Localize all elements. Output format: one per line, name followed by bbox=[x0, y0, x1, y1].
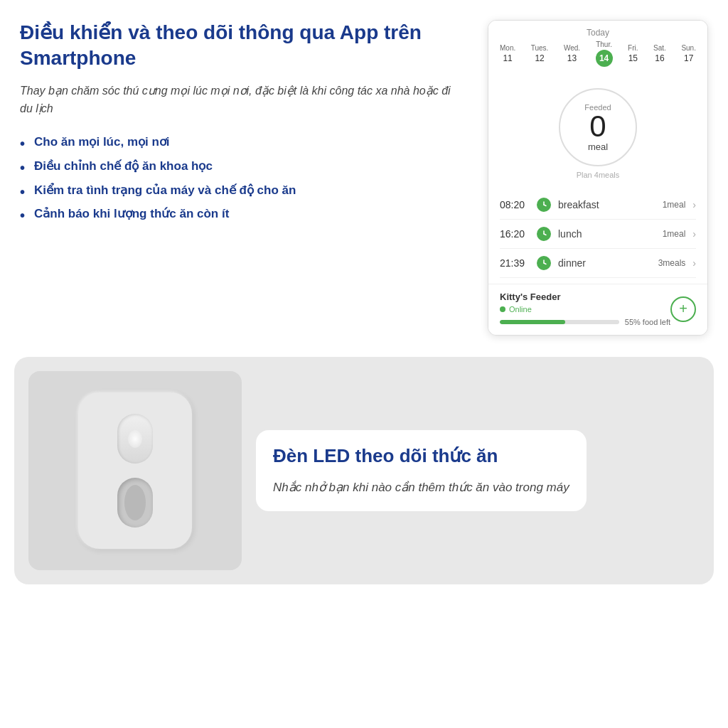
feeder-info: Kitty's Feeder Online 55% food left bbox=[500, 291, 670, 326]
meal-name: lunch bbox=[558, 228, 655, 240]
food-percentage: 55% food left bbox=[625, 318, 670, 326]
day-num: 16 bbox=[655, 53, 664, 63]
device-body bbox=[78, 392, 192, 549]
meal-time: 08:20 bbox=[500, 199, 530, 210]
add-button[interactable]: + bbox=[670, 296, 696, 322]
device-light bbox=[117, 414, 153, 464]
main-title: Điều khiển và theo dõi thông qua App trê… bbox=[20, 20, 464, 72]
meal-count: 1meal bbox=[663, 229, 686, 239]
day-num: 13 bbox=[567, 53, 577, 63]
day-fri: Fri. 15 bbox=[628, 44, 638, 63]
day-name: Wed. bbox=[564, 44, 580, 52]
day-thu-active[interactable]: Thur. 14 bbox=[596, 41, 613, 67]
subtitle: Thay bạn chăm sóc thú cưng mọi lúc mọi n… bbox=[20, 82, 464, 118]
led-title: Đèn LED theo dõi thức ăn bbox=[273, 444, 569, 469]
clock-icon bbox=[537, 256, 551, 270]
app-mockup: Today Mon. 11 Tues. 12 Wed. 13 Thur. 14 bbox=[488, 20, 708, 336]
svg-line-2 bbox=[544, 205, 546, 206]
feature-list: Cho ăn mọi lúc, mọi nơi Điều chỉnh chế đ… bbox=[20, 134, 464, 223]
app-header: Today Mon. 11 Tues. 12 Wed. 13 Thur. 14 bbox=[488, 21, 707, 77]
meal-breakfast[interactable]: 08:20 breakfast 1meal › bbox=[500, 191, 696, 220]
online-status: Online bbox=[500, 305, 670, 314]
food-bar-fill bbox=[500, 320, 565, 324]
device-light-glow bbox=[128, 430, 142, 448]
day-mon: Mon. 11 bbox=[500, 44, 515, 63]
list-item: Cho ăn mọi lúc, mọi nơi bbox=[20, 134, 464, 151]
day-tue: Tues. 12 bbox=[531, 44, 549, 63]
list-item: Kiểm tra tình trạng của máy và chế độ ch… bbox=[20, 182, 464, 199]
device-slot bbox=[117, 478, 153, 528]
bottom-section: Đèn LED theo dõi thức ăn Nhắc nhở bạn kh… bbox=[14, 357, 714, 584]
svg-line-6 bbox=[544, 263, 546, 264]
day-num: 11 bbox=[503, 53, 512, 63]
meals-circle: Feeded 0 meal bbox=[559, 88, 637, 166]
today-label: Today bbox=[500, 28, 696, 38]
meal-time: 21:39 bbox=[500, 257, 530, 269]
meals-list: 08:20 breakfast 1meal › 16:20 bbox=[488, 191, 707, 284]
list-item: Điều chỉnh chế độ ăn khoa học bbox=[20, 158, 464, 175]
led-subtitle: Nhắc nhở bạn khi nào cần thêm thức ăn và… bbox=[273, 478, 569, 497]
meal-dinner[interactable]: 21:39 dinner 3meals › bbox=[500, 249, 696, 278]
day-num: 17 bbox=[684, 53, 693, 63]
feeded-unit: meal bbox=[588, 141, 608, 152]
days-row: Mon. 11 Tues. 12 Wed. 13 Thur. 14 Fri. bbox=[500, 41, 696, 67]
feeder-name: Kitty's Feeder bbox=[500, 291, 670, 302]
footer-row: Kitty's Feeder Online 55% food left + bbox=[500, 291, 696, 326]
meal-name: dinner bbox=[558, 257, 651, 269]
feeded-count: 0 bbox=[589, 112, 606, 141]
chevron-right-icon: › bbox=[692, 228, 696, 240]
day-wed: Wed. 13 bbox=[564, 44, 580, 63]
plan-label: Plan 4meals bbox=[577, 171, 620, 179]
left-content: Điều khiển và theo dõi thông qua App trê… bbox=[20, 20, 471, 336]
clock-icon bbox=[537, 198, 551, 212]
chevron-right-icon: › bbox=[692, 257, 696, 269]
device-slot-inner bbox=[124, 485, 146, 520]
chevron-right-icon: › bbox=[692, 199, 696, 210]
meal-lunch[interactable]: 16:20 lunch 1meal › bbox=[500, 220, 696, 249]
day-sat: Sat. 16 bbox=[653, 44, 666, 63]
day-name: Thur. bbox=[596, 41, 612, 48]
online-label: Online bbox=[509, 305, 532, 314]
day-name: Tues. bbox=[531, 44, 549, 52]
clock-icon bbox=[537, 227, 551, 241]
feeder-circle-section: Feeded 0 meal Plan 4meals bbox=[488, 77, 707, 191]
meal-count: 1meal bbox=[663, 200, 686, 210]
meal-name: breakfast bbox=[558, 199, 655, 210]
day-name: Mon. bbox=[500, 44, 515, 52]
list-item: Cảnh báo khi lượng thức ăn còn ít bbox=[20, 205, 464, 223]
online-dot-icon bbox=[500, 306, 505, 312]
day-name: Sat. bbox=[653, 44, 666, 52]
day-name: Fri. bbox=[628, 44, 638, 52]
day-num: 15 bbox=[628, 53, 638, 63]
food-bar bbox=[500, 320, 619, 324]
svg-line-4 bbox=[544, 234, 546, 235]
food-bar-container: 55% food left bbox=[500, 318, 670, 326]
led-text-bubble: Đèn LED theo dõi thức ăn Nhắc nhở bạn kh… bbox=[256, 430, 587, 512]
day-num: 12 bbox=[535, 53, 544, 63]
day-sun: Sun. 17 bbox=[681, 44, 696, 63]
app-footer: Kitty's Feeder Online 55% food left + bbox=[488, 284, 707, 335]
day-num: 14 bbox=[596, 50, 613, 67]
top-section: Điều khiển và theo dõi thông qua App trê… bbox=[0, 0, 728, 350]
meal-time: 16:20 bbox=[500, 228, 530, 240]
meal-count: 3meals bbox=[658, 258, 686, 268]
led-device-image bbox=[28, 371, 242, 570]
day-name: Sun. bbox=[681, 44, 696, 52]
